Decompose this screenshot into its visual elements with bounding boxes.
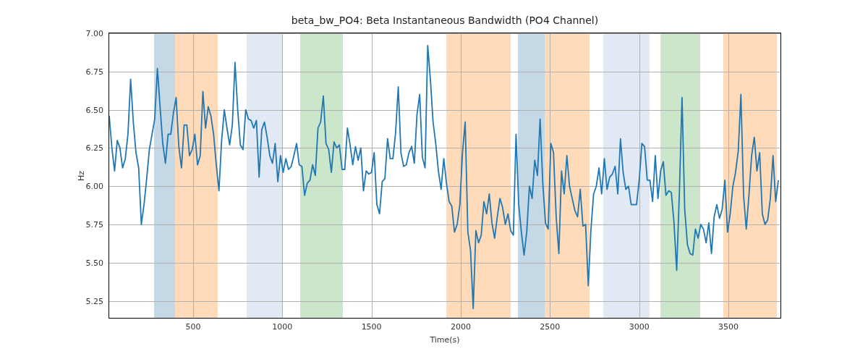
y-tick-label: 5.75 — [86, 220, 104, 230]
x-axis-label: Time(s) — [430, 335, 459, 345]
series-line — [109, 33, 780, 318]
x-tick-label: 2000 — [451, 322, 471, 332]
x-tick-label: 3000 — [629, 322, 650, 332]
y-tick-label: 7.00 — [86, 29, 104, 38]
y-tick-label: 6.25 — [86, 143, 104, 153]
figure: beta_bw_PO4: Beta Instantaneous Bandwidt… — [0, 0, 868, 362]
x-tick-label: 2500 — [540, 322, 560, 332]
chart-title: beta_bw_PO4: Beta Instantaneous Bandwidt… — [292, 14, 598, 26]
x-tick-label: 1500 — [362, 322, 382, 332]
plot-area — [109, 33, 780, 318]
x-tick-label: 1000 — [272, 322, 292, 332]
y-axis-label: Hz — [77, 170, 86, 180]
y-tick-label: 5.50 — [86, 258, 104, 267]
x-tick-label: 3500 — [718, 322, 739, 332]
y-tick-label: 6.75 — [86, 67, 104, 76]
y-tick-label: 6.50 — [86, 105, 104, 114]
chart-axes: beta_bw_PO4: Beta Instantaneous Bandwidt… — [109, 33, 781, 319]
y-tick-label: 6.00 — [86, 182, 104, 191]
y-tick-label: 5.25 — [86, 296, 104, 306]
x-tick-label: 500 — [185, 322, 200, 332]
